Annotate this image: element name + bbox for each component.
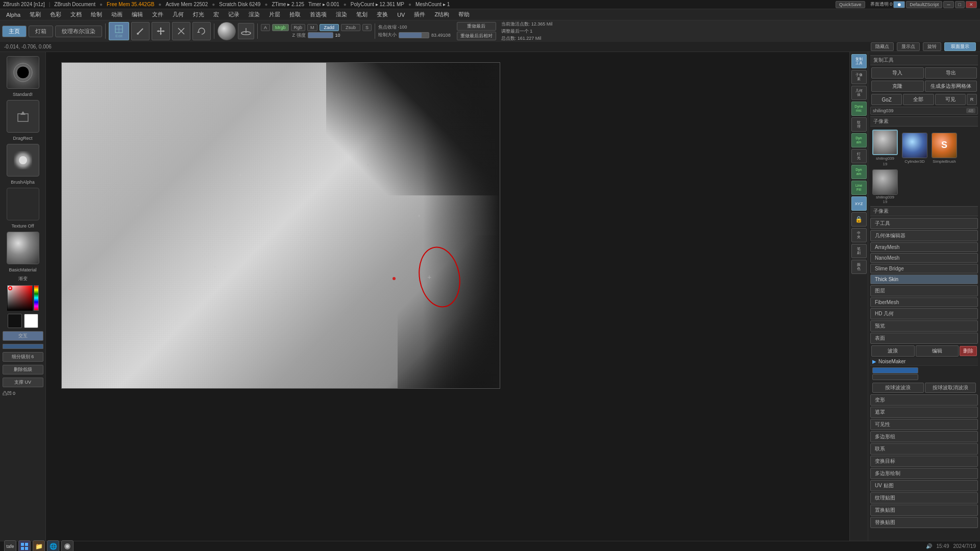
material-sphere[interactable] (7, 232, 39, 264)
sub-tool-label-btn[interactable]: 子工具 (870, 218, 978, 229)
noise-scale-slider[interactable] (872, 374, 918, 380)
m-btn[interactable]: M (307, 24, 317, 31)
connect-title-btn[interactable]: 联系 (870, 443, 978, 455)
s-btn[interactable]: S (362, 24, 372, 31)
export-button[interactable]: 导出 (925, 67, 977, 79)
menu-layer[interactable]: 片层 (265, 10, 284, 19)
surface-btn[interactable]: 表面 (870, 333, 978, 344)
fiber-mesh-btn[interactable]: FiberMesh (870, 297, 978, 307)
slime-bridge-btn[interactable]: Slime Bridge (870, 264, 978, 273)
browser-icon[interactable]: 🌐 (47, 540, 59, 552)
rotate-mode-btn[interactable] (192, 22, 211, 40)
mrgb-btn[interactable]: Mrgb (272, 24, 289, 31)
transform-target-btn[interactable]: 变换目标 (870, 456, 978, 467)
edit-mode-btn[interactable]: Edit (109, 22, 129, 40)
uv-map-btn[interactable]: UV 贴图 (870, 480, 978, 491)
support-uv-button[interactable]: 支撑 UV (3, 378, 43, 387)
apply-noise-button[interactable]: 按球波波浪 (872, 383, 924, 393)
color-picker-gradient[interactable] (7, 285, 33, 311)
preview-btn[interactable]: 预览 (870, 320, 978, 332)
drag-rect-preview[interactable] (7, 100, 39, 133)
make-polymesh-button[interactable]: 生成多边形网格体 (925, 81, 977, 92)
mask-title-btn[interactable]: 遮罩 (870, 407, 978, 418)
menu-help[interactable]: 帮助 (454, 10, 474, 19)
wave-button[interactable]: 波浪 (871, 345, 915, 357)
edit-tool-strip-btn[interactable]: 复制工具 (851, 54, 867, 68)
reset-last-relative-button[interactable]: 重做最后后相对 (457, 32, 496, 40)
nano-mesh-btn[interactable]: NanoMesh (870, 253, 978, 263)
menu-macro[interactable]: 宏 (209, 10, 223, 19)
floor-btn[interactable] (238, 23, 254, 39)
standard-mesh-preview[interactable] (872, 130, 898, 155)
edit2-button[interactable]: 编辑 (916, 345, 959, 357)
move-mode-btn[interactable] (152, 22, 170, 40)
menu-plugin[interactable]: 插件 (410, 10, 429, 19)
swatch-white[interactable] (24, 314, 38, 328)
tab-texture-render[interactable]: 纹理布尔渲染 (55, 26, 102, 37)
clone-button[interactable]: 克隆 (871, 81, 924, 92)
menu-pick[interactable]: 拾取 (285, 10, 305, 19)
show-points-button[interactable]: 显示点 (897, 42, 920, 51)
rgb-btn[interactable]: Rgb (291, 24, 306, 31)
polygon-edit-btn[interactable]: 多边形绘制 (870, 468, 978, 479)
replace-texture-btn[interactable]: 替换贴图 (870, 517, 978, 528)
tool3-strip-btn[interactable]: 颜色 (851, 260, 867, 274)
windows-icon[interactable] (18, 540, 31, 552)
delete-lower-button[interactable]: 删除低级 (3, 365, 43, 374)
displacement-btn[interactable]: 置换贴图 (870, 505, 978, 516)
menu-stroke[interactable]: 笔划 (352, 10, 372, 19)
app-icon[interactable] (61, 540, 74, 552)
brush-preview-standard[interactable] (7, 56, 39, 89)
double-face-button[interactable]: 双面显示 (944, 42, 976, 51)
menu-light[interactable]: 灯光 (189, 10, 208, 19)
geometry-strip-btn[interactable]: 几何体 (851, 86, 867, 100)
subdiv-slider[interactable] (3, 344, 43, 349)
menu-edit[interactable]: 编辑 (128, 10, 147, 19)
zadd-btn[interactable]: Zadd (320, 24, 339, 31)
current-noise-slider[interactable] (872, 367, 918, 373)
dynamic-strip-btn[interactable]: Dynamic (851, 102, 867, 116)
brush-alpha-preview[interactable] (7, 144, 39, 177)
hue-slider[interactable] (34, 285, 39, 311)
zscript-button[interactable]: ⏺ (893, 1, 905, 8)
swatch-black[interactable] (8, 314, 22, 328)
geometry-edit-btn[interactable]: 几何体编辑器 (870, 230, 978, 241)
menu-alpha[interactable]: Alpha (2, 11, 24, 19)
close-button[interactable]: ✕ (966, 1, 977, 8)
simple-brush-preview[interactable]: S (932, 133, 957, 158)
menu-preferences[interactable]: 首选项 (306, 10, 331, 19)
material-preview-btn[interactable] (217, 22, 236, 40)
menu-brush[interactable]: 笔刷 (26, 10, 45, 19)
default-zscript-button[interactable]: DefaultZScript (906, 1, 942, 8)
all-button[interactable]: 全部 (903, 94, 934, 105)
menu-file[interactable]: 文件 (148, 10, 167, 19)
reset-last-button[interactable]: 重做最后 (457, 22, 496, 31)
interact-button[interactable]: 交互 (3, 331, 43, 341)
cylinder-mesh-preview[interactable] (902, 133, 927, 158)
brush-strip-btn[interactable]: 笔刷 (851, 244, 867, 258)
array-mesh-btn[interactable]: ArrayMesh (870, 242, 978, 252)
menu-zstructure[interactable]: Z结构 (430, 10, 453, 19)
quick-save-button[interactable]: QuickSave (836, 1, 865, 8)
texture-map-btn[interactable]: 纹理贴图 (870, 492, 978, 504)
maximize-button[interactable]: □ (955, 1, 965, 8)
menu-record[interactable]: 记录 (224, 10, 243, 19)
linefill-strip-btn[interactable]: LineFill (851, 181, 867, 195)
zrec3d-mesh[interactable] (872, 169, 898, 195)
texture-strip-btn[interactable]: 纹理 (851, 117, 867, 132)
minimize-button[interactable]: ─ (943, 1, 953, 8)
goz-button[interactable]: GoZ (871, 94, 902, 105)
scale-mode-btn[interactable] (172, 22, 190, 40)
canvas-area[interactable] (46, 52, 849, 551)
draw-mode-btn[interactable] (131, 22, 150, 40)
xyz-strip-btn[interactable]: XYZ (851, 196, 867, 211)
visibility-title-btn[interactable]: 可见性 (870, 419, 978, 430)
lock-strip-btn[interactable]: 🔒 (851, 212, 867, 227)
tab-lightbox[interactable]: 灯箱 (29, 26, 53, 37)
tab-home[interactable]: 主页 (2, 26, 27, 37)
thick-skin-btn[interactable]: Thick Skin (870, 274, 978, 284)
menu-draw[interactable]: 绘制 (87, 10, 106, 19)
menu-geometry[interactable]: 几何 (168, 10, 188, 19)
z-intensity-slider[interactable] (308, 32, 333, 38)
menu-render2[interactable]: 渲染 (332, 10, 351, 19)
